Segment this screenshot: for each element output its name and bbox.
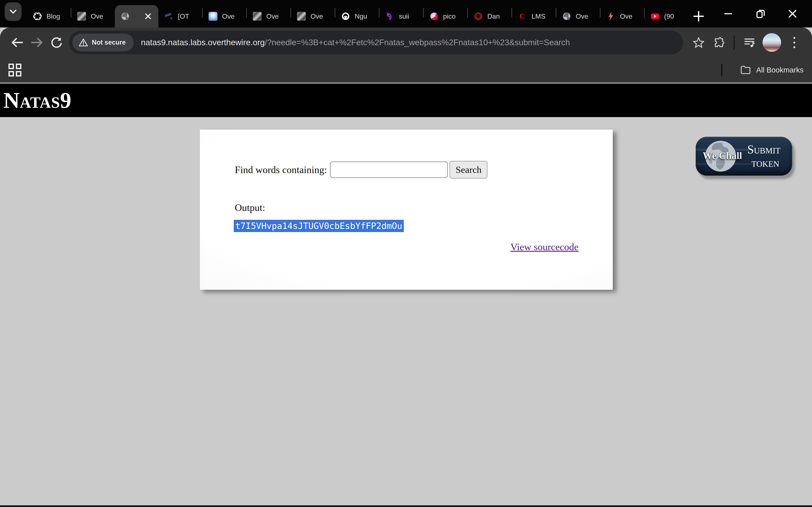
playlist-music-icon [744, 37, 755, 48]
cat-photo-icon [297, 12, 306, 21]
tab[interactable]: Ove [556, 5, 600, 27]
close-window-button[interactable] [786, 8, 799, 20]
warning-triangle-icon [79, 38, 88, 47]
tab[interactable]: Blog [27, 5, 71, 27]
security-chip[interactable]: Not secure [72, 34, 134, 51]
bookmarks-bar: All Bookmarks [0, 57, 812, 82]
toolbar: Not secure natas9.natas.labs.overthewire… [0, 27, 812, 57]
tab-title: Ngu [355, 12, 367, 20]
purple-bird-icon [386, 12, 394, 21]
youtube-icon [651, 12, 660, 21]
tab[interactable]: [OT [158, 5, 202, 27]
page-body: Find words containing: Search Output: t7… [0, 117, 812, 505]
chatgpt-icon [33, 12, 42, 21]
apps-grid-icon [8, 64, 14, 69]
lightning-bolt-icon [606, 12, 615, 21]
tab-title: Ove [576, 12, 588, 20]
password-output-selected-text[interactable]: t7I5VHvpa14sJTUGV0cbEsbYfFP2dmOu [234, 220, 404, 232]
view-sourcecode-link[interactable]: View sourcecode [510, 241, 578, 252]
wechall-brand-label: We Chall [696, 150, 752, 161]
anime-avatar-icon [209, 12, 217, 21]
browser-menu-button[interactable] [786, 35, 802, 50]
url-text: natas9.natas.labs.overthewire.org/?needl… [141, 38, 570, 47]
reload-icon [50, 36, 62, 49]
search-form: Find words containing: Search [235, 161, 488, 179]
tab[interactable]: Dan [468, 5, 511, 27]
forward-button[interactable] [27, 33, 47, 52]
output-label: Output: [235, 202, 265, 213]
bookmarks-divider [721, 64, 722, 76]
site-header: Natas9 [0, 84, 812, 117]
security-chip-label: Not secure [92, 39, 125, 46]
profile-avatar[interactable] [762, 33, 781, 52]
tab[interactable]: CLMS [512, 5, 556, 27]
tab-strip: BlogOve[OTOveOveOveNgusuiiPpicoDanCLMSOv… [0, 0, 812, 27]
tab[interactable]: Ngu [335, 5, 379, 27]
apps-shortcut-button[interactable] [8, 64, 21, 76]
tab[interactable]: Ove [601, 5, 644, 27]
tab[interactable]: Ove [291, 5, 335, 27]
forward-arrow-icon [30, 36, 43, 49]
chevron-down-icon [8, 7, 18, 16]
url-path: /?needle=%3B+cat+%2Fetc%2Fnatas_webpass%… [265, 38, 570, 47]
globe-icon [562, 12, 571, 21]
tab[interactable]: (90 [645, 5, 688, 27]
extensions-button[interactable] [711, 35, 726, 50]
address-bar[interactable]: Not secure natas9.natas.labs.overthewire… [69, 31, 683, 54]
tab-title: (90 [664, 12, 674, 20]
tab[interactable]: Ove [71, 5, 115, 27]
cat-photo-icon [253, 12, 262, 21]
tab-title: Ove [620, 12, 632, 20]
wechall-submit-token-button[interactable]: We Chall Submit token [696, 137, 792, 176]
back-button[interactable] [8, 33, 27, 52]
plus-icon [693, 10, 705, 22]
minimize-icon [723, 9, 733, 19]
dark-red-avatar-icon [474, 12, 483, 21]
star-icon [693, 37, 704, 48]
picoctf-icon: P [429, 12, 439, 21]
url-host: natas9.natas.labs.overthewire.org [141, 38, 265, 47]
tab[interactable]: Ove [247, 5, 291, 27]
output-line: t7I5VHvpa14sJTUGV0cbEsbYfFP2dmOu [234, 221, 404, 231]
cctv-camera-icon [164, 12, 173, 21]
needle-input[interactable] [330, 162, 448, 178]
folder-icon [740, 64, 751, 75]
wechall-globe-icon: We Chall [696, 137, 744, 176]
active-tab[interactable] [115, 5, 158, 27]
tab[interactable]: Ppico [424, 5, 467, 27]
svg-text:P: P [432, 13, 436, 19]
tab-title: LMS [531, 12, 546, 20]
tab-title: Ove [91, 12, 103, 20]
close-icon [787, 8, 798, 19]
puzzle-piece-icon [713, 37, 724, 48]
tab-title: Ove [310, 12, 323, 20]
media-controls-button[interactable] [742, 35, 757, 50]
tab[interactable]: suii [379, 5, 423, 27]
globe-icon [121, 12, 130, 21]
tabs: BlogOve[OTOveOveOveNgusuiiPpicoDanCLMSOv… [27, 0, 688, 27]
tab-title: pico [443, 12, 456, 20]
bookmark-star-button[interactable] [691, 35, 706, 50]
reload-button[interactable] [47, 33, 66, 52]
svg-text:C: C [519, 12, 525, 20]
content-card: Find words containing: Search Output: t7… [200, 129, 613, 290]
tab[interactable]: Ove [203, 5, 246, 27]
tab-search-button[interactable] [5, 2, 21, 21]
cat-photo-icon [77, 12, 86, 21]
tab-title: Dan [487, 12, 500, 20]
kebab-menu-icon [794, 37, 795, 48]
restore-button[interactable] [755, 8, 766, 20]
find-words-label: Find words containing: [235, 164, 327, 175]
back-arrow-icon [11, 36, 24, 49]
tab-title: Ove [222, 12, 235, 20]
red-c-icon: C [518, 12, 527, 21]
minimize-button[interactable] [722, 8, 734, 20]
restore-icon [755, 9, 765, 19]
search-button[interactable]: Search [450, 161, 488, 179]
tab-title: Blog [47, 12, 60, 20]
window-controls [722, 0, 812, 27]
new-tab-button[interactable] [691, 9, 706, 24]
tab-close-icon[interactable] [144, 12, 152, 20]
all-bookmarks-button[interactable]: All Bookmarks [740, 64, 804, 75]
tab-title: Ove [266, 12, 279, 20]
